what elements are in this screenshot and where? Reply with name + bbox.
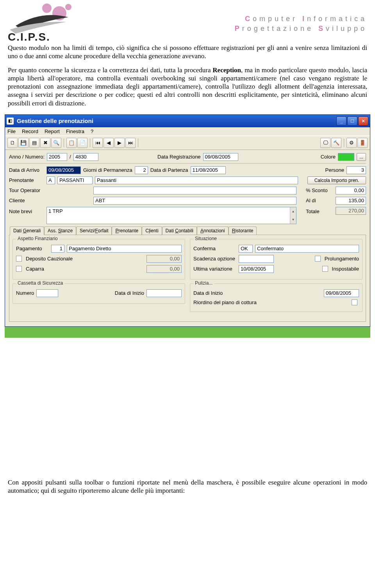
save-close-button[interactable]: ▤ <box>29 138 39 148</box>
conferma-desc-input[interactable] <box>255 245 359 253</box>
giorni-input[interactable] <box>135 166 148 174</box>
pul-data-input[interactable] <box>324 289 359 297</box>
tour-input[interactable] <box>93 187 296 194</box>
cips-logo-icon: C.I.P.S. <box>8 2 74 41</box>
tagline: Computer Informatica Progettazione Svilu… <box>235 2 367 34</box>
tab-bar: Dati Generali Ass. Stanze Servizi/Forfai… <box>10 226 366 235</box>
totale-output <box>336 207 366 215</box>
prolungamento-checkbox[interactable] <box>315 256 321 262</box>
menu-record[interactable]: Record <box>22 128 38 134</box>
partenza-input[interactable] <box>191 166 226 174</box>
prenotante-code-input[interactable] <box>46 176 55 184</box>
conferma-label: Conferma <box>193 246 236 251</box>
prenotante-desc-input[interactable] <box>95 176 298 184</box>
note-textarea[interactable]: 1 TRP ▲▼ <box>46 207 296 224</box>
anno-input[interactable] <box>47 153 67 161</box>
giorni-label: Giorni di Permanenza <box>83 167 132 173</box>
arrivo-label: Data di Arrivo <box>9 167 44 173</box>
tab-annotazioni[interactable]: Annotazioni <box>197 226 229 235</box>
last-button[interactable]: ⏭ <box>125 138 136 148</box>
persone-input[interactable] <box>346 166 366 174</box>
numero-input[interactable] <box>73 153 98 161</box>
tab-ass-stanze[interactable]: Ass. Stanze <box>44 226 76 235</box>
menu-report[interactable]: Report <box>45 128 60 134</box>
scadenza-input[interactable] <box>239 255 274 263</box>
exit-button[interactable]: 🚪 <box>357 138 368 148</box>
pagamento-label: Pagamento <box>16 246 49 251</box>
cass-numero-label: Numero <box>16 290 34 296</box>
fieldset-cassetta: Cassetta di Sicurezza Numero Data di Ini… <box>12 283 185 304</box>
tour-label: Tour Operator <box>9 187 44 193</box>
caparra-input <box>146 265 182 273</box>
aldi-input[interactable] <box>336 197 366 205</box>
page-header: C.I.P.S. Computer Informatica Progettazi… <box>8 2 367 41</box>
close-button[interactable]: × <box>358 116 368 126</box>
deposito-checkbox[interactable] <box>16 256 22 262</box>
inspostabile-checkbox[interactable] <box>322 266 328 272</box>
prev-button[interactable]: ◀ <box>104 138 114 148</box>
app-screenshot: ◧ Gestione delle prenotazioni _ □ × File… <box>5 114 370 338</box>
fieldset-finanziario: Aspetto Finanziario Pagamento Deposito C… <box>12 239 185 280</box>
document-body-2: Con appositi pulsanti sulla toolbar o fu… <box>8 478 367 495</box>
find-button[interactable]: 🔍 <box>51 138 61 148</box>
first-button[interactable]: ⏮ <box>93 138 103 148</box>
tab-prenotante[interactable]: Prenotante <box>112 226 142 235</box>
prenotante-name-input[interactable] <box>57 176 93 184</box>
delete-button[interactable]: ✖ <box>40 138 50 148</box>
pul-riordino-checkbox[interactable] <box>352 299 357 305</box>
cass-data-label: Data di Inizio <box>115 290 144 296</box>
inspostabile-label: Inspostabile <box>332 266 359 272</box>
ultima-input[interactable] <box>239 265 274 273</box>
hammer-button[interactable]: 🔨 <box>331 138 341 148</box>
arrivo-input[interactable] <box>46 166 81 174</box>
data-reg-input[interactable] <box>203 153 238 161</box>
app-window: ◧ Gestione delle prenotazioni _ □ × File… <box>5 114 370 327</box>
fieldset-situazione: Situazione Conferma Scadenza opzione <box>190 239 362 280</box>
tab-servizi[interactable]: Servizi/Forfait <box>76 226 112 235</box>
config-button[interactable]: ⚙ <box>346 138 357 148</box>
tab-contabili[interactable]: Dati Contabili <box>162 226 197 235</box>
document-body: Questo modulo non ha limiti di tempo, ci… <box>8 44 367 107</box>
prolungamento-label: Prolungamento <box>325 256 359 262</box>
minimize-button[interactable]: _ <box>336 116 346 126</box>
caparra-checkbox[interactable] <box>16 266 22 272</box>
clipboard-button[interactable]: 📄 <box>77 138 88 148</box>
tab-clienti[interactable]: Clienti <box>142 226 162 235</box>
sconto-input[interactable] <box>336 187 366 194</box>
fieldset-pulizia: Pulizia... Data di Inizio Riordino del p… <box>190 283 362 312</box>
pagamento-code-input[interactable] <box>51 245 64 253</box>
screen-button[interactable]: 🖵 <box>320 138 330 148</box>
logo: C.I.P.S. <box>8 2 74 41</box>
window-title: Gestione delle prenotazioni <box>17 118 93 124</box>
menu-help[interactable]: ? <box>91 128 93 134</box>
scadenza-label: Scadenza opzione <box>193 256 236 262</box>
pagamento-desc-input[interactable] <box>67 245 182 253</box>
color-picker-button[interactable]: ... <box>357 153 366 161</box>
menu-file[interactable]: File <box>7 128 16 134</box>
aldi-label: Al dì <box>306 198 333 203</box>
new-button[interactable]: 🗋 <box>7 138 18 148</box>
titlebar[interactable]: ◧ Gestione delle prenotazioni _ □ × <box>5 115 370 127</box>
form-area: Anno / Numero: / Data Registrazione Colo… <box>5 150 370 326</box>
cliente-label: Cliente <box>9 198 44 203</box>
cliente-input[interactable] <box>93 197 296 205</box>
svg-point-2 <box>65 4 71 10</box>
conferma-code-input[interactable] <box>239 245 253 253</box>
pul-riordino-label: Riordino del piano di cottura <box>193 299 349 305</box>
partenza-label: Data di Partenza <box>150 167 188 173</box>
maximize-button[interactable]: □ <box>347 116 357 126</box>
save-button[interactable]: 💾 <box>18 138 29 148</box>
tab-ristorante[interactable]: Ristorante <box>229 226 257 235</box>
toolbar: 🗋 💾 ▤ ✖ 🔍 📋 📄 ⏮ ◀ ▶ ⏭ 🖵 🔨 ⚙ 🚪 <box>5 136 370 150</box>
menu-finestra[interactable]: Finestra <box>66 128 84 134</box>
color-swatch <box>338 153 354 161</box>
cass-numero-input[interactable] <box>36 289 58 297</box>
next-button[interactable]: ▶ <box>114 138 125 148</box>
persone-label: Persone <box>325 167 344 173</box>
calcola-button[interactable]: Calcola Importo pren. <box>307 176 366 184</box>
spinner-icon[interactable]: ▲▼ <box>290 207 296 224</box>
svg-text:C.I.P.S.: C.I.P.S. <box>8 31 50 41</box>
copy-button[interactable]: 📋 <box>66 138 77 148</box>
cass-data-input[interactable] <box>146 289 182 297</box>
tab-dati-generali[interactable]: Dati Generali <box>10 226 44 235</box>
